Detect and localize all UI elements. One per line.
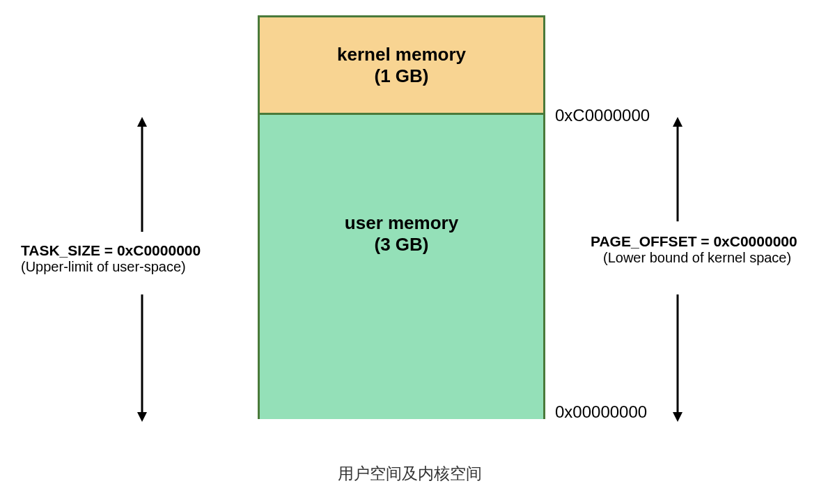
page-offset-subtitle: (Lower bound of kernel space)	[603, 250, 819, 266]
svg-marker-5	[673, 117, 682, 127]
user-size: (3 GB)	[375, 234, 429, 255]
svg-marker-3	[137, 412, 147, 422]
address-bottom-label: 0x00000000	[555, 402, 647, 422]
svg-marker-1	[137, 117, 147, 127]
memory-layout-box: kernel memory (1 GB) user memory (3 GB)	[258, 15, 545, 419]
kernel-title: kernel memory	[337, 44, 466, 65]
memory-diagram: kernel memory (1 GB) user memory (3 GB) …	[0, 0, 819, 504]
address-top-label: 0xC0000000	[555, 106, 650, 125]
user-memory-region: user memory (3 GB)	[260, 115, 543, 419]
left-double-arrow-icon	[134, 117, 150, 423]
page-offset-title: PAGE_OFFSET = 0xC0000000	[591, 233, 819, 250]
right-double-arrow-icon	[670, 117, 685, 423]
svg-marker-7	[673, 412, 682, 422]
page-offset-annotation: PAGE_OFFSET = 0xC0000000 (Lower bound of…	[591, 233, 819, 266]
kernel-size: (1 GB)	[375, 65, 429, 87]
kernel-memory-region: kernel memory (1 GB)	[260, 17, 543, 115]
user-title: user memory	[345, 212, 458, 234]
diagram-caption: 用户空间及内核空间	[0, 463, 819, 485]
